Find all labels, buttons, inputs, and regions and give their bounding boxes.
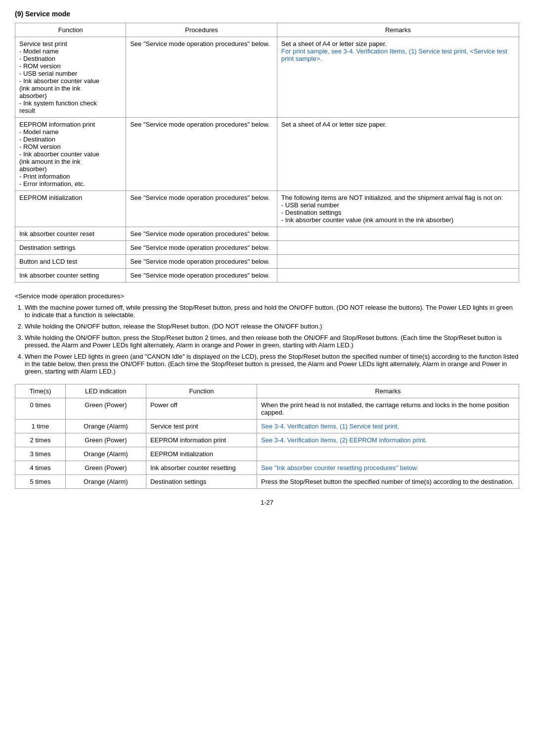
function-line: - ROM version: [19, 143, 61, 150]
second-table-header-function: Function: [146, 384, 257, 398]
main-table-cell-function: Ink absorber counter reset: [15, 227, 126, 241]
function-line: absorber): [19, 92, 47, 99]
function-line: absorber): [19, 165, 47, 173]
main-table-cell-remarks: [277, 241, 519, 255]
main-table-cell-function: EEPROM information print- Model name- De…: [15, 118, 126, 191]
remarks-link[interactable]: See 3-4. Verification Items, (2) EEPROM …: [261, 436, 427, 444]
main-table-row: EEPROM information print- Model name- De…: [15, 118, 519, 191]
second-table-cell-function: Ink absorber counter resetting: [146, 461, 257, 475]
main-table-cell-procedures: See "Service mode operation procedures" …: [126, 37, 277, 118]
second-table-cell-times: 2 times: [15, 433, 66, 447]
second-table-cell-led: Green (Power): [65, 461, 146, 475]
second-table-cell-remarks: See 3-4. Verification Items, (2) EEPROM …: [257, 433, 519, 447]
function-line: - Error information, etc.: [19, 180, 85, 188]
main-table-header-remarks: Remarks: [277, 23, 519, 37]
second-table-cell-remarks: See "Ink absorber counter resetting proc…: [257, 461, 519, 475]
second-table-cell-remarks: [257, 447, 519, 461]
second-table-cell-function: Power off: [146, 398, 257, 420]
second-table-cell-remarks: Press the Stop/Reset button the specifie…: [257, 475, 519, 489]
second-table-cell-remarks: See 3-4. Verification Items, (1) Service…: [257, 420, 519, 433]
remarks-extra: For print sample, see 3-4. Verification …: [281, 47, 507, 62]
procedure-item: While holding the ON/OFF button, press t…: [25, 334, 519, 349]
function-line: Ink absorber counter setting: [19, 272, 99, 279]
function-line: EEPROM information print: [19, 121, 95, 128]
procedure-item: While holding the ON/OFF button, release…: [25, 323, 519, 330]
remarks-line: - USB serial number: [281, 201, 339, 209]
main-table-cell-procedures: See "Service mode operation procedures" …: [126, 118, 277, 191]
function-line: Service test print: [19, 40, 67, 47]
second-table-row: 5 timesOrange (Alarm)Destination setting…: [15, 475, 519, 489]
main-table-cell-function: EEPROM initialization: [15, 191, 126, 227]
main-table-row: Button and LCD testSee "Service mode ope…: [15, 255, 519, 269]
main-table-cell-remarks: [277, 269, 519, 283]
second-table: Time(s) LED indication Function Remarks …: [15, 384, 519, 489]
page-heading: (9) Service mode: [15, 10, 519, 18]
function-line: Ink absorber counter reset: [19, 230, 94, 237]
remarks-link[interactable]: See "Ink absorber counter resetting proc…: [261, 464, 418, 472]
function-line: EEPROM initialization: [19, 194, 82, 201]
main-table-cell-function: Button and LCD test: [15, 255, 126, 269]
function-line: - Ink absorber counter value: [19, 77, 99, 85]
procedures-list: With the machine power turned off, while…: [25, 304, 519, 375]
remarks-line: Set a sheet of A4 or letter size paper.: [281, 40, 387, 47]
main-table-row: Ink absorber counter resetSee "Service m…: [15, 227, 519, 241]
function-line: (ink amount in the ink: [19, 158, 81, 165]
main-table-cell-procedures: See "Service mode operation procedures" …: [126, 227, 277, 241]
second-table-cell-times: 4 times: [15, 461, 66, 475]
second-table-cell-times: 3 times: [15, 447, 66, 461]
main-table-cell-remarks: Set a sheet of A4 or letter size paper.: [277, 118, 519, 191]
main-table-row: Destination settingsSee "Service mode op…: [15, 241, 519, 255]
function-line: - Destination: [19, 55, 55, 62]
second-table-cell-function: EEPROM initialization: [146, 447, 257, 461]
function-line: - Model name: [19, 128, 58, 136]
main-table-cell-procedures: See "Service mode operation procedures" …: [126, 269, 277, 283]
main-table-row: EEPROM initializationSee "Service mode o…: [15, 191, 519, 227]
second-table-row: 4 timesGreen (Power)Ink absorber counter…: [15, 461, 519, 475]
remarks-link[interactable]: See 3-4. Verification Items, (1) Service…: [261, 423, 399, 430]
second-table-cell-remarks: When the print head is not installed, th…: [257, 398, 519, 420]
second-table-cell-led: Green (Power): [65, 398, 146, 420]
function-line: - Model name: [19, 47, 58, 55]
remarks-line: Set a sheet of A4 or letter size paper.: [281, 121, 387, 128]
main-table-cell-remarks: [277, 227, 519, 241]
function-line: - Ink system function check: [19, 99, 97, 107]
second-table-cell-function: Destination settings: [146, 475, 257, 489]
second-table-cell-function: EEPROM information print: [146, 433, 257, 447]
second-table-header-times: Time(s): [15, 384, 66, 398]
second-table-cell-led: Orange (Alarm): [65, 420, 146, 433]
function-line: - ROM version: [19, 62, 61, 70]
procedures-section: <Service mode operation procedures> With…: [15, 292, 519, 375]
page-number: 1-27: [15, 499, 519, 506]
main-table-cell-procedures: See "Service mode operation procedures" …: [126, 241, 277, 255]
second-table-cell-times: 0 times: [15, 398, 66, 420]
second-table-row: 0 timesGreen (Power)Power offWhen the pr…: [15, 398, 519, 420]
procedures-header: <Service mode operation procedures>: [15, 292, 519, 300]
remarks-line: - Ink absorber counter value (ink amount…: [281, 216, 453, 224]
main-table-cell-remarks: [277, 255, 519, 269]
function-line: - Print information: [19, 173, 70, 180]
main-table-cell-function: Service test print- Model name- Destinat…: [15, 37, 126, 118]
procedure-item: When the Power LED lights in green (and …: [25, 353, 519, 375]
function-line: - Destination: [19, 136, 55, 143]
main-table-cell-function: Destination settings: [15, 241, 126, 255]
second-table-cell-times: 1 time: [15, 420, 66, 433]
second-table-row: 3 timesOrange (Alarm)EEPROM initializati…: [15, 447, 519, 461]
main-table-cell-procedures: See "Service mode operation procedures" …: [126, 255, 277, 269]
main-table-header-function: Function: [15, 23, 126, 37]
second-table-row: 1 timeOrange (Alarm)Service test printSe…: [15, 420, 519, 433]
second-table-cell-function: Service test print: [146, 420, 257, 433]
main-table-cell-remarks: The following items are NOT initialized,…: [277, 191, 519, 227]
second-table-cell-led: Orange (Alarm): [65, 475, 146, 489]
main-table-cell-procedures: See "Service mode operation procedures" …: [126, 191, 277, 227]
main-table-row: Ink absorber counter settingSee "Service…: [15, 269, 519, 283]
procedure-item: With the machine power turned off, while…: [25, 304, 519, 319]
second-table-header-remarks: Remarks: [257, 384, 519, 398]
second-table-header-led: LED indication: [65, 384, 146, 398]
function-line: Button and LCD test: [19, 258, 77, 265]
function-line: result: [19, 107, 35, 114]
second-table-cell-times: 5 times: [15, 475, 66, 489]
main-table-header-procedures: Procedures: [126, 23, 277, 37]
function-line: - Ink absorber counter value: [19, 150, 99, 158]
function-line: - USB serial number: [19, 70, 77, 77]
function-line: Destination settings: [19, 244, 75, 251]
